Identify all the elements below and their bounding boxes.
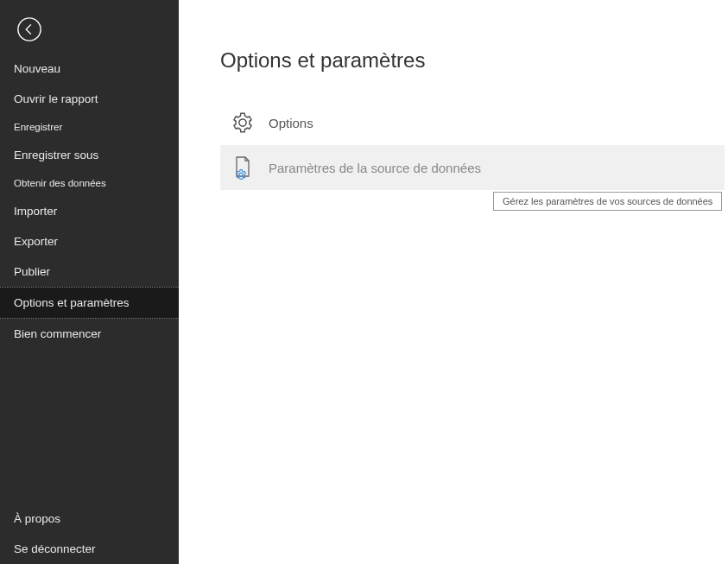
- datasource-settings-row[interactable]: Paramètres de la source de données: [220, 145, 725, 190]
- back-arrow-icon: [16, 16, 42, 42]
- sidebar-item-label: Se déconnecter: [14, 542, 96, 555]
- main-panel: Options et paramètres Options Paramètres…: [179, 0, 728, 564]
- sidebar-item-ouvrir[interactable]: Ouvrir le rapport: [0, 84, 179, 114]
- sidebar-item-label: Nouveau: [14, 62, 60, 75]
- sidebar-item-label: Publier: [14, 265, 50, 278]
- sidebar-bottom: À propos Se déconnecter: [0, 504, 179, 564]
- sidebar-item-enregistrer-sous[interactable]: Enregistrer sous: [0, 140, 179, 170]
- sidebar: Nouveau Ouvrir le rapport Enregistrer En…: [0, 0, 179, 564]
- sidebar-item-label: Exporter: [14, 235, 58, 248]
- sidebar-item-importer[interactable]: Importer: [0, 196, 179, 226]
- sidebar-item-obtenir-donnees[interactable]: Obtenir des données: [0, 170, 179, 196]
- tooltip: Gérez les paramètres de vos sources de d…: [493, 192, 722, 211]
- sidebar-item-label: Options et paramètres: [14, 296, 130, 309]
- svg-point-0: [18, 18, 41, 41]
- sidebar-item-deconnecter[interactable]: Se déconnecter: [0, 534, 179, 564]
- sidebar-item-label: Enregistrer sous: [14, 149, 98, 162]
- document-gear-icon: [231, 155, 255, 180]
- datasource-label: Paramètres de la source de données: [269, 161, 481, 175]
- sidebar-item-bien-commencer[interactable]: Bien commencer: [0, 319, 179, 349]
- sidebar-item-label: Bien commencer: [14, 327, 101, 340]
- sidebar-item-label: Importer: [14, 205, 57, 218]
- sidebar-item-label: À propos: [14, 512, 60, 525]
- sidebar-item-publier[interactable]: Publier: [0, 257, 179, 287]
- sidebar-item-nouveau[interactable]: Nouveau: [0, 54, 179, 84]
- sidebar-item-label: Obtenir des données: [14, 178, 106, 188]
- gear-icon: [231, 111, 255, 135]
- back-button[interactable]: [12, 12, 47, 47]
- sidebar-items: Nouveau Ouvrir le rapport Enregistrer En…: [0, 54, 179, 349]
- sidebar-item-label: Ouvrir le rapport: [14, 92, 98, 105]
- options-label: Options: [269, 116, 313, 130]
- options-row[interactable]: Options: [220, 100, 725, 145]
- sidebar-item-a-propos[interactable]: À propos: [0, 504, 179, 534]
- sidebar-item-exporter[interactable]: Exporter: [0, 226, 179, 257]
- page-title: Options et paramètres: [220, 48, 728, 73]
- sidebar-item-options-parametres[interactable]: Options et paramètres: [0, 287, 179, 319]
- sidebar-item-enregistrer[interactable]: Enregistrer: [0, 114, 179, 140]
- sidebar-item-label: Enregistrer: [14, 122, 62, 132]
